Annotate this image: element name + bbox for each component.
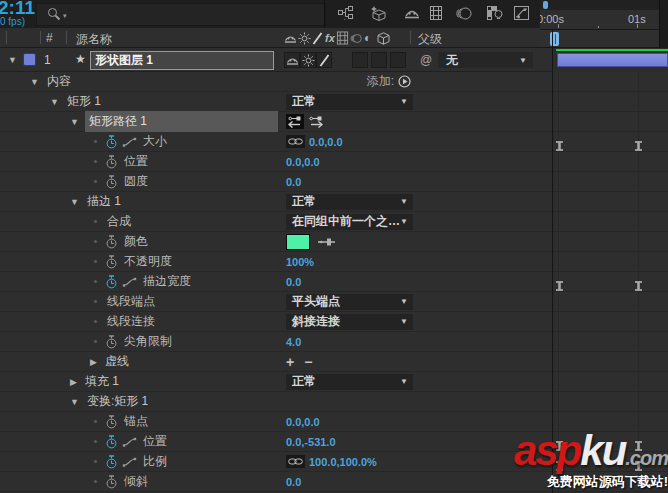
keyframe-icon[interactable] <box>634 457 643 467</box>
property-value[interactable]: 0.0,-531.0 <box>286 436 336 448</box>
property-row-9[interactable]: 不透明度100% <box>0 252 553 272</box>
timeline-row[interactable] <box>552 172 668 192</box>
keyframe-icon[interactable] <box>634 137 643 147</box>
property-value[interactable]: 100% <box>286 256 314 268</box>
value-dropdown[interactable]: 平头端点▼ <box>286 294 413 310</box>
search-input[interactable]: ▾ <box>36 3 326 26</box>
stopwatch-icon[interactable] <box>105 435 118 449</box>
property-row-2[interactable]: ▼矩形路径 1 <box>0 112 553 132</box>
keyframe-icon[interactable] <box>555 437 564 447</box>
stopwatch-icon[interactable] <box>105 335 118 349</box>
parent-dropdown[interactable]: 无 ▼ <box>438 52 533 68</box>
work-area-bar[interactable] <box>540 30 668 48</box>
timeline-row[interactable] <box>552 152 668 172</box>
keyframe-icon[interactable] <box>555 137 564 147</box>
timeline-row[interactable] <box>552 272 668 292</box>
switch-cell-empty[interactable] <box>390 52 406 68</box>
stopwatch-icon[interactable] <box>105 255 118 269</box>
timeline-row[interactable] <box>552 372 668 392</box>
property-row-19[interactable]: 比例100.0,100.0% <box>0 452 553 472</box>
graph-editor-set-icon[interactable] <box>122 456 137 468</box>
value-dropdown[interactable]: 在同组中前一个之…▼ <box>286 214 413 230</box>
label-tag-icon[interactable] <box>22 31 35 45</box>
layer-label-swatch[interactable] <box>23 53 36 66</box>
twirl-icon[interactable]: ▼ <box>70 197 79 207</box>
column-parent[interactable]: 父级 <box>418 31 442 48</box>
add-menu-icon[interactable] <box>398 75 411 88</box>
timeline-row[interactable] <box>552 232 668 252</box>
timeline-row[interactable] <box>552 392 668 412</box>
path-direction-left-button[interactable] <box>286 114 304 129</box>
property-row-20[interactable]: 倾斜0.0 <box>0 472 553 492</box>
value-dropdown[interactable]: 正常▼ <box>286 374 413 390</box>
layer-duration-bar[interactable] <box>557 53 668 67</box>
twirl-icon[interactable]: ▼ <box>70 397 79 407</box>
column-number[interactable]: # <box>46 31 53 45</box>
property-row-1[interactable]: ▼矩形 1正常▼ <box>0 92 553 112</box>
twirl-icon[interactable]: ▼ <box>70 117 79 127</box>
timeline-graph-area[interactable]: 0:00s 01s <box>540 0 668 493</box>
stopwatch-icon[interactable] <box>105 415 118 429</box>
property-row-15[interactable]: ▶填充 1正常▼ <box>0 372 553 392</box>
stopwatch-icon[interactable] <box>105 135 118 149</box>
graph-editor-set-icon[interactable] <box>122 276 137 288</box>
property-value[interactable]: 100.0,100.0% <box>309 456 377 468</box>
timeline-row[interactable] <box>552 412 668 432</box>
property-value[interactable]: 0.0 <box>286 476 301 488</box>
quality-toggle[interactable] <box>316 52 332 68</box>
property-row-10[interactable]: 描边宽度0.0 <box>0 272 553 292</box>
stroke-color-swatch[interactable] <box>286 234 310 250</box>
timeline-row[interactable] <box>552 252 668 272</box>
property-row-0[interactable]: ▼内容添加: <box>0 72 553 92</box>
constrain-proportions-link-icon[interactable] <box>286 455 305 468</box>
timeline-row[interactable] <box>552 192 668 212</box>
adjustment-layer-icon[interactable]: ◐ <box>364 31 377 45</box>
value-dropdown[interactable]: 斜接连接▼ <box>286 314 413 330</box>
property-value[interactable]: 0.0,0.0 <box>286 156 320 168</box>
graph-editor-set-icon[interactable] <box>122 436 137 448</box>
switch-cell-empty[interactable] <box>352 52 368 68</box>
timeline-row[interactable] <box>552 132 668 152</box>
path-direction-right-button[interactable] <box>307 114 325 129</box>
quality-icon[interactable] <box>312 31 325 45</box>
frame-blend-icon[interactable] <box>429 6 447 22</box>
twirl-icon[interactable]: ▼ <box>30 77 39 87</box>
layer-name-field[interactable]: 形状图层 1 <box>90 51 274 70</box>
property-row-13[interactable]: 尖角限制4.0 <box>0 332 553 352</box>
timeline-row[interactable] <box>552 472 668 492</box>
shy-toggle[interactable] <box>284 52 300 68</box>
parent-pickwhip-icon[interactable]: @ <box>420 53 432 67</box>
stopwatch-icon[interactable] <box>105 475 118 489</box>
add-dash-button[interactable]: + <box>286 357 294 367</box>
timeline-row[interactable] <box>552 112 668 132</box>
property-row-3[interactable]: 大小0.0,0.0 <box>0 132 553 152</box>
stopwatch-icon[interactable] <box>105 155 118 169</box>
property-row-17[interactable]: 锚点0.0,0.0 <box>0 412 553 432</box>
time-navigator[interactable] <box>540 0 668 10</box>
comp-marker-bin[interactable] <box>659 0 668 48</box>
property-value[interactable]: 0.0,0.0 <box>286 416 320 428</box>
3d-layer-icon[interactable] <box>377 31 390 45</box>
timeline-row[interactable] <box>552 352 668 372</box>
graph-editor-set-icon[interactable] <box>122 136 137 148</box>
switch-cell-empty[interactable] <box>371 52 387 68</box>
stopwatch-icon[interactable] <box>105 455 118 469</box>
keyframe-icon[interactable] <box>555 277 564 287</box>
property-value[interactable]: 0.0,0.0 <box>309 136 343 148</box>
twirl-icon[interactable]: ▶ <box>70 377 77 387</box>
property-row-7[interactable]: 合成在同组中前一个之…▼ <box>0 212 553 232</box>
timeline-row[interactable] <box>552 332 668 352</box>
column-source-name[interactable]: 源名称 <box>76 31 112 48</box>
keyframe-icon[interactable] <box>634 437 643 447</box>
layer-row[interactable]: ▼ 1 ★ 形状图层 1 @ 无 ▼ <box>0 48 553 72</box>
property-row-6[interactable]: ▼描边 1正常▼ <box>0 192 553 212</box>
property-value[interactable]: 0.0 <box>286 176 301 188</box>
search-options-caret-icon[interactable]: ▾ <box>63 12 67 20</box>
shy-icon[interactable] <box>284 31 297 45</box>
stopwatch-icon[interactable] <box>105 235 118 249</box>
timeline-row[interactable] <box>552 292 668 312</box>
eyedropper-icon[interactable] <box>318 237 336 247</box>
time-navigator-start-handle[interactable] <box>543 1 548 9</box>
stopwatch-icon[interactable] <box>105 175 118 189</box>
value-dropdown[interactable]: 正常▼ <box>286 94 413 110</box>
